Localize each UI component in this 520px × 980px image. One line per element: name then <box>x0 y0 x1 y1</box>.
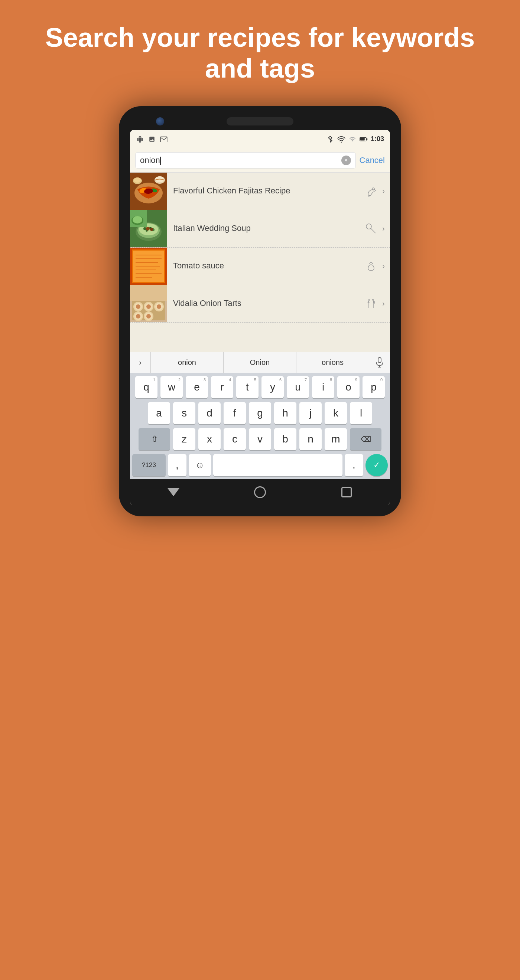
search-input-container[interactable]: onion × <box>135 152 356 169</box>
key-r[interactable]: 4r <box>211 376 233 398</box>
key-o[interactable]: 9o <box>337 376 359 398</box>
key-f[interactable]: f <box>223 402 246 424</box>
status-time: 1:03 <box>371 135 384 143</box>
speaker <box>227 117 293 126</box>
key-y[interactable]: 6y <box>262 376 284 398</box>
bluetooth-icon <box>326 135 334 143</box>
recipe-item[interactable]: Tomato sauce › <box>130 248 390 285</box>
recipe-thumbnail <box>130 285 167 322</box>
svg-point-1 <box>341 142 342 142</box>
key-h[interactable]: h <box>274 402 297 424</box>
search-clear-button[interactable]: × <box>341 156 351 165</box>
key-s[interactable]: s <box>173 402 195 424</box>
key-d[interactable]: d <box>198 402 221 424</box>
svg-rect-4 <box>366 138 367 140</box>
key-g[interactable]: g <box>249 402 271 424</box>
svg-point-52 <box>136 314 140 318</box>
phone-device: 1:03 onion × Cancel <box>119 106 401 516</box>
recipe-actions: › <box>364 297 390 310</box>
recipe-actions: › <box>364 185 390 198</box>
key-b[interactable]: b <box>274 428 297 450</box>
android-icon <box>136 135 144 143</box>
key-j[interactable]: j <box>299 402 322 424</box>
svg-point-19 <box>144 227 146 230</box>
recipe-arrow[interactable]: › <box>382 262 385 270</box>
shift-key[interactable]: ⇧ <box>139 428 170 450</box>
phone-screen: 1:03 onion × Cancel <box>130 130 390 505</box>
recipe-info: Tomato sauce <box>167 255 364 277</box>
emoji-key[interactable]: ☺ <box>189 454 211 476</box>
key-z[interactable]: z <box>173 428 195 450</box>
recipe-thumbnail <box>130 173 167 210</box>
page-header: Search your recipes for keywords and tag… <box>0 22 520 84</box>
svg-point-23 <box>146 227 150 231</box>
recipe-name: Italian Wedding Soup <box>173 223 359 234</box>
battery-icon <box>359 135 368 143</box>
key-a[interactable]: a <box>148 402 170 424</box>
recipe-item[interactable]: Flavorful Chicken Fajitas Recipe › <box>130 173 390 210</box>
key-n[interactable]: n <box>299 428 322 450</box>
key-u[interactable]: 7u <box>287 376 309 398</box>
space-key[interactable] <box>213 454 343 476</box>
gmail-icon <box>160 135 168 143</box>
period-key[interactable]: . <box>345 454 363 476</box>
comma-key[interactable]: , <box>168 454 187 476</box>
search-cancel-button[interactable]: Cancel <box>359 156 385 165</box>
recipe-actions: › <box>364 259 390 273</box>
key-q[interactable]: 1q <box>135 376 158 398</box>
enter-key[interactable]: ✓ <box>365 454 388 476</box>
keyboard: 1q 2w 3e 4r 5t 6y 7u 8i 9o 0p a s d f <box>130 373 390 479</box>
camera-icon <box>156 117 164 126</box>
svg-point-27 <box>132 216 142 223</box>
svg-point-14 <box>372 188 375 190</box>
key-e[interactable]: 3e <box>186 376 208 398</box>
status-bar: 1:03 <box>130 130 390 148</box>
recents-button[interactable] <box>339 485 354 500</box>
key-l[interactable]: l <box>350 402 372 424</box>
key-p[interactable]: 0p <box>362 376 385 398</box>
recipe-info: Italian Wedding Soup <box>167 218 364 239</box>
key-m[interactable]: m <box>325 428 347 450</box>
recipe-arrow[interactable]: › <box>382 299 385 308</box>
recipe-actions: › <box>364 222 390 235</box>
home-button[interactable] <box>252 485 268 500</box>
backspace-key[interactable]: ⌫ <box>350 428 381 450</box>
suggestion-onions[interactable]: onions <box>297 352 369 373</box>
recipe-arrow[interactable]: › <box>382 187 385 195</box>
recipe-arrow[interactable]: › <box>382 224 385 233</box>
microphone-button[interactable] <box>369 352 390 373</box>
svg-point-43 <box>136 304 140 309</box>
key-x[interactable]: x <box>198 428 221 450</box>
recipe-item[interactable]: Vidalia Onion Tarts › <box>130 285 390 323</box>
key-w[interactable]: 2w <box>161 376 183 398</box>
keyboard-row-2: a s d f g h j k l <box>132 402 388 424</box>
search-bar: onion × Cancel <box>130 148 390 173</box>
recipe-info: Vidalia Onion Tarts <box>167 293 364 314</box>
search-query-text: onion <box>140 156 338 165</box>
recipe-name: Vidalia Onion Tarts <box>173 298 359 309</box>
keyboard-expand-button[interactable]: › <box>130 352 151 373</box>
numeric-switch-key[interactable]: ?123 <box>132 454 166 476</box>
key-i[interactable]: 8i <box>312 376 334 398</box>
suggestion-onion-upper[interactable]: Onion <box>223 352 297 373</box>
back-button[interactable] <box>166 485 181 500</box>
svg-point-13 <box>134 177 141 183</box>
recipe-thumbnail <box>130 210 167 247</box>
key-k[interactable]: k <box>325 402 347 424</box>
list-spacer <box>130 323 390 352</box>
keyboard-row-4: ?123 , ☺ . ✓ <box>132 454 388 476</box>
keyboard-suggestions: › onion Onion onions <box>130 352 390 373</box>
key-v[interactable]: v <box>249 428 271 450</box>
svg-point-28 <box>366 224 372 229</box>
chicken-icon <box>364 185 378 198</box>
key-t[interactable]: 5t <box>236 376 258 398</box>
svg-point-46 <box>146 304 151 309</box>
phone-top-bar <box>126 117 394 126</box>
recipe-item[interactable]: Italian Wedding Soup › <box>130 210 390 248</box>
suggestion-onion-lower[interactable]: onion <box>151 352 223 373</box>
keyboard-row-1: 1q 2w 3e 4r 5t 6y 7u 8i 9o 0p <box>132 376 388 398</box>
image-status-icon <box>148 135 156 143</box>
svg-rect-59 <box>378 358 381 363</box>
key-c[interactable]: c <box>223 428 246 450</box>
svg-point-55 <box>146 314 151 318</box>
